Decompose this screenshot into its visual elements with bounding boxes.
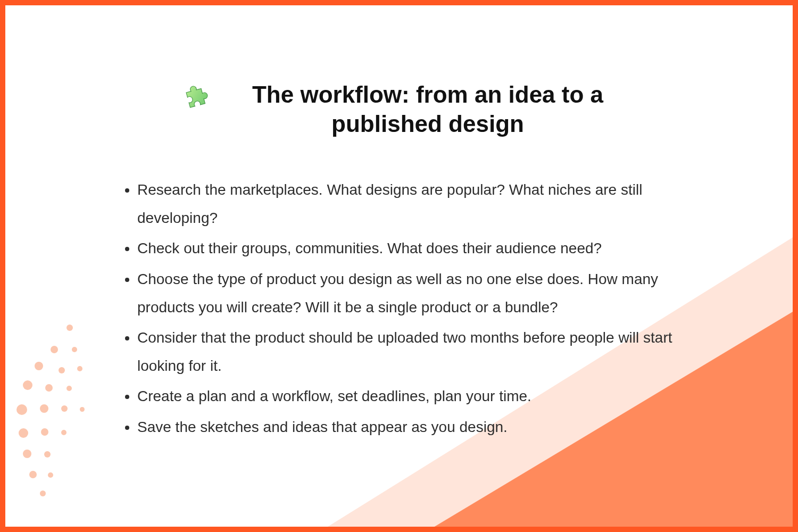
slide-title: The workflow: from an idea to a publishe…: [220, 80, 635, 138]
list-item: Consider that the product should be uplo…: [137, 323, 697, 380]
list-item: Save the sketches and ideas that appear …: [137, 413, 697, 441]
title-row: The workflow: from an idea to a publishe…: [112, 80, 702, 138]
list-item: Research the marketplaces. What designs …: [137, 176, 697, 232]
slide-frame: The workflow: from an idea to a publishe…: [0, 0, 798, 532]
puzzle-piece-icon: [179, 83, 210, 116]
list-item: Check out their groups, communities. Wha…: [137, 234, 697, 262]
workflow-list: Research the marketplaces. What designs …: [112, 176, 697, 441]
slide-content: The workflow: from an idea to a publishe…: [5, 5, 793, 441]
list-item: Choose the type of product you design as…: [137, 265, 697, 321]
list-item: Create a plan and a workflow, set deadli…: [137, 382, 697, 410]
